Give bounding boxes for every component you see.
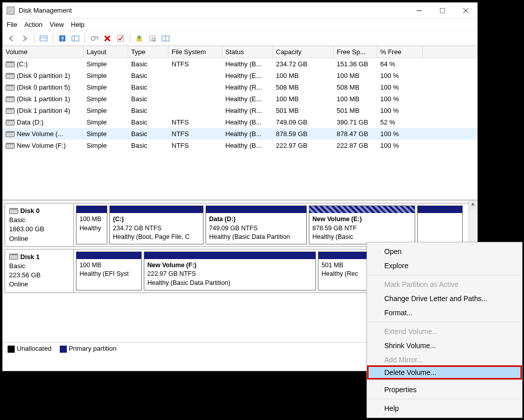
menu-item-explore[interactable]: Explore xyxy=(367,259,522,273)
menu-item-properties[interactable]: Properties xyxy=(367,383,522,397)
delete-icon[interactable] xyxy=(101,32,113,45)
settings-icon[interactable] xyxy=(69,32,82,45)
col-volume[interactable]: Volume xyxy=(3,46,84,58)
svg-point-10 xyxy=(91,36,95,40)
volume-list-header: Volume Layout Type File System Status Ca… xyxy=(3,46,477,58)
svg-rect-13 xyxy=(117,35,124,41)
toolbar: ? xyxy=(3,31,477,46)
check-icon[interactable] xyxy=(114,32,127,45)
menu-item-extend-volume: Extend Volume... xyxy=(367,324,522,339)
legend-unallocated: Unallocated xyxy=(8,345,52,353)
disk-icon xyxy=(9,255,18,260)
menu-item-open[interactable]: Open xyxy=(367,244,522,259)
partition[interactable]: 100 MBHealthy (EFI Syst xyxy=(76,251,142,290)
disk-icon xyxy=(6,120,15,125)
refresh-icon[interactable] xyxy=(88,32,100,45)
menu-item-format[interactable]: Format... xyxy=(367,306,522,320)
partition[interactable]: New Volume (E:)878.59 GB NTFHealthy (Bas… xyxy=(309,205,415,244)
disk-icon xyxy=(6,74,15,79)
back-button[interactable] xyxy=(6,32,18,45)
menu-item-add-mirror: Add Mirror... xyxy=(367,353,522,367)
disk-icon xyxy=(6,132,15,137)
menu-view[interactable]: View xyxy=(50,21,64,28)
col-type[interactable]: Type xyxy=(128,46,169,58)
disk-icon xyxy=(6,62,15,67)
action2-icon[interactable] xyxy=(146,32,158,45)
menubar: File Action View Help xyxy=(3,19,477,31)
maximize-button[interactable] xyxy=(431,3,454,19)
volume-row[interactable]: (C:)SimpleBasicNTFSHealthy (B...234.72 G… xyxy=(3,58,477,70)
menu-item-mark-partition-as-active: Mark Partition as Active xyxy=(367,277,522,291)
disk-icon xyxy=(6,109,15,114)
volume-row[interactable]: New Volume (F:)SimpleBasicNTFSHealthy (B… xyxy=(3,140,477,151)
col-layout[interactable]: Layout xyxy=(84,46,128,58)
disk-icon xyxy=(6,144,15,149)
partition[interactable]: Data (D:)749.09 GB NTFSHealthy (Basic Da… xyxy=(206,205,307,244)
volume-row[interactable]: (Disk 0 partition 5)SimpleBasicHealthy (… xyxy=(3,81,477,93)
menu-action[interactable]: Action xyxy=(24,21,43,28)
forward-button[interactable] xyxy=(19,32,31,45)
disk-icon xyxy=(6,97,15,102)
col-capacity[interactable]: Capacity xyxy=(273,46,334,58)
app-icon xyxy=(7,7,15,15)
menu-item-help[interactable]: Help xyxy=(367,401,522,415)
close-button[interactable] xyxy=(454,3,477,19)
volume-row[interactable]: (Disk 1 partition 1)SimpleBasicHealthy (… xyxy=(3,93,477,105)
disk-row: Disk 0Basic1863.00 GBOnline100 MBHealthy… xyxy=(5,203,475,247)
col-status[interactable]: Status xyxy=(222,46,273,58)
volume-row[interactable]: (Disk 1 partition 4)SimpleBasicHealthy (… xyxy=(3,105,477,116)
partition[interactable]: (C:)234.72 GB NTFSHealthy (Boot, Page Fi… xyxy=(109,205,204,244)
minimize-button[interactable] xyxy=(408,3,431,19)
svg-rect-4 xyxy=(40,36,47,41)
volume-row[interactable]: (Disk 0 partition 1)SimpleBasicHealthy (… xyxy=(3,70,477,81)
menu-item-change-drive-letter-and-paths[interactable]: Change Drive Letter and Paths... xyxy=(367,291,522,306)
show-hide-console-button[interactable] xyxy=(37,32,50,45)
partition[interactable]: New Volume (F:)222.97 GB NTFSHealthy (Ba… xyxy=(144,251,316,290)
volume-list[interactable]: Volume Layout Type File System Status Ca… xyxy=(3,46,477,201)
action3-icon[interactable] xyxy=(159,32,172,45)
action1-icon[interactable] xyxy=(133,32,145,45)
menu-item-delete-volume[interactable]: Delete Volume... xyxy=(367,365,522,380)
col-pct-free[interactable]: % Free xyxy=(377,46,423,58)
partition[interactable]: 100 MBHealthy xyxy=(76,205,107,244)
context-menu[interactable]: OpenExploreMark Partition as ActiveChang… xyxy=(367,242,522,418)
menu-file[interactable]: File xyxy=(7,21,17,28)
help-icon[interactable]: ? xyxy=(56,32,68,45)
disk-icon xyxy=(9,209,18,214)
svg-rect-1 xyxy=(440,8,445,13)
menu-item-shrink-volume[interactable]: Shrink Volume... xyxy=(367,339,522,353)
svg-text:?: ? xyxy=(61,36,64,42)
volume-row[interactable]: Data (D:)SimpleBasicNTFSHealthy (B...749… xyxy=(3,116,477,128)
menu-help[interactable]: Help xyxy=(71,21,85,28)
disk-icon xyxy=(6,86,15,91)
titlebar[interactable]: Disk Management xyxy=(3,3,477,19)
col-filesystem[interactable]: File System xyxy=(169,46,222,58)
volume-row[interactable]: New Volume (...SimpleBasicNTFSHealthy (B… xyxy=(3,128,477,140)
partition[interactable] xyxy=(417,205,463,244)
window-title: Disk Management xyxy=(19,7,408,14)
col-free-space[interactable]: Free Sp... xyxy=(334,46,377,58)
legend-primary: Primary partition xyxy=(60,345,117,353)
svg-rect-8 xyxy=(72,36,79,41)
